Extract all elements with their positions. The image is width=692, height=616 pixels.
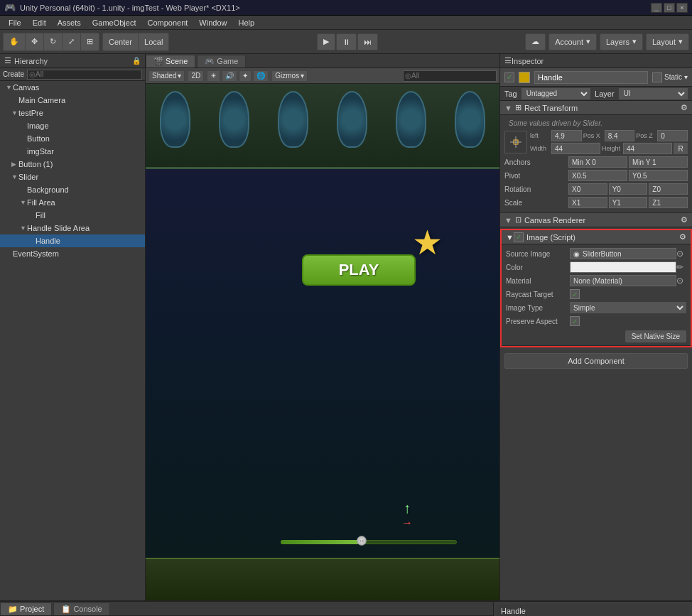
image-script-settings-icon[interactable]: ⚙: [679, 232, 686, 242]
hierarchy-item-canvas[interactable]: ▼ Canvas: [0, 81, 145, 94]
color-pick-icon[interactable]: ✏: [676, 262, 686, 272]
hierarchy-item-fill[interactable]: Fill: [0, 209, 145, 222]
object-name-input[interactable]: [534, 71, 648, 84]
width-value[interactable]: 44: [551, 143, 600, 154]
hierarchy-item-imgstar[interactable]: imgStar: [0, 145, 145, 158]
source-image-value[interactable]: ◉ SliderButton: [570, 248, 676, 259]
gizmos-btn[interactable]: Gizmos ▾: [271, 70, 308, 82]
rect-tool[interactable]: ⊞: [81, 33, 99, 50]
handle-preview-box: Handle ↔ Handle Image Size: 4: [497, 605, 689, 616]
image-script-active[interactable]: [514, 232, 524, 242]
close-button[interactable]: ×: [676, 3, 688, 13]
r-button[interactable]: R: [674, 143, 688, 154]
lighting-btn[interactable]: ☀: [207, 70, 220, 82]
hierarchy-item-button[interactable]: Button: [0, 132, 145, 145]
anchor-min-y[interactable]: Min Y 1: [629, 156, 688, 168]
game-tab-label: Game: [217, 57, 238, 65]
rot-z[interactable]: Z 0: [649, 183, 688, 195]
menu-window[interactable]: Window: [193, 16, 232, 29]
menu-assets[interactable]: Assets: [52, 16, 87, 29]
hierarchy-item-testpre[interactable]: ▼ testPre: [0, 107, 145, 119]
tab-console[interactable]: 📋 Console: [53, 603, 109, 615]
move-tool[interactable]: ✥: [26, 33, 44, 50]
color-swatch[interactable]: [570, 261, 676, 273]
material-value[interactable]: None (Material): [570, 275, 676, 286]
scene-search[interactable]: [403, 70, 497, 82]
static-check[interactable]: [652, 72, 662, 82]
height-value[interactable]: 44: [623, 143, 672, 154]
layers-button[interactable]: Layers ▾: [600, 33, 643, 50]
source-image-pick-icon[interactable]: ⊙: [676, 249, 686, 259]
add-component-button[interactable]: Add Component: [504, 353, 688, 369]
rotate-tool[interactable]: ↻: [44, 33, 63, 50]
rot-y[interactable]: Y 0: [609, 183, 648, 195]
maximize-button[interactable]: □: [664, 3, 675, 13]
menu-gameobject[interactable]: GameObject: [87, 16, 142, 29]
set-native-size-btn[interactable]: Set Native Size: [625, 330, 686, 342]
dimension-btn[interactable]: 2D: [188, 70, 204, 82]
posx-value[interactable]: 8.4: [605, 130, 635, 141]
scene-tab-label: Scene: [166, 57, 188, 65]
account-button[interactable]: Account ▾: [548, 33, 597, 50]
tab-scene[interactable]: 🎬 Scene: [146, 55, 195, 67]
hierarchy-lock-icon[interactable]: 🔒: [132, 57, 141, 65]
object-color-box[interactable]: [519, 72, 530, 83]
create-label[interactable]: Create: [3, 70, 24, 78]
preserve-checkbox[interactable]: [570, 316, 580, 326]
scale-x[interactable]: X 1: [568, 197, 607, 208]
hierarchy-item-slider[interactable]: ▼ Slider: [0, 171, 145, 183]
scale-y[interactable]: Y 1: [609, 197, 648, 208]
layer-select[interactable]: UI: [619, 88, 688, 99]
raycast-checkbox[interactable]: [570, 289, 580, 299]
center-btn[interactable]: Center: [103, 33, 139, 50]
hierarchy-item-maincamera[interactable]: Main Camera: [0, 94, 145, 107]
rect-transform-header[interactable]: ▼ ⊞ Rect Transform ⚙: [500, 101, 692, 115]
tab-project[interactable]: 📁 Project: [0, 603, 52, 615]
scene-viewport[interactable]: PLAY ★ ↔ ↑ →: [146, 84, 499, 600]
menu-help[interactable]: Help: [232, 16, 260, 29]
canvas-renderer-header[interactable]: ▼ ⊡ Canvas Renderer ⚙: [500, 213, 692, 227]
menu-component[interactable]: Component: [141, 16, 193, 29]
left-value[interactable]: 4.9: [551, 130, 582, 141]
cloud-button[interactable]: ☁: [525, 33, 546, 50]
shading-dropdown[interactable]: Shaded ▾: [148, 70, 185, 82]
menu-edit[interactable]: Edit: [27, 16, 52, 29]
scale-tool[interactable]: ⤢: [63, 33, 81, 50]
pivot-y-value[interactable]: Y 0.5: [629, 170, 688, 181]
image-type-select[interactable]: Simple: [570, 302, 686, 313]
hierarchy-item-handleslidearea[interactable]: ▼ Handle Slide Area: [0, 222, 145, 234]
skybox-btn[interactable]: 🌐: [253, 70, 269, 82]
anchor-min-x[interactable]: Min X 0: [568, 156, 627, 168]
tag-select[interactable]: Untagged: [521, 88, 590, 99]
menu-file[interactable]: File: [3, 16, 27, 29]
object-active-checkbox[interactable]: [504, 72, 514, 82]
step-button[interactable]: ⏭: [357, 33, 378, 50]
rot-x[interactable]: X 0: [568, 183, 607, 195]
canvas-renderer-settings-icon[interactable]: ⚙: [681, 215, 688, 225]
hierarchy-item-image[interactable]: Image: [0, 119, 145, 132]
hierarchy-item-background[interactable]: Background: [0, 183, 145, 196]
play-button[interactable]: ▶: [317, 33, 335, 50]
fx-btn[interactable]: ✦: [239, 70, 252, 82]
tab-game[interactable]: 🎮 Game: [197, 55, 246, 67]
hierarchy-item-handle[interactable]: Handle: [0, 234, 145, 247]
hierarchy-search[interactable]: [27, 70, 142, 80]
static-arrow-icon[interactable]: ▾: [684, 73, 688, 81]
posz-value[interactable]: 0: [657, 130, 688, 141]
hierarchy-item-eventsystem[interactable]: EventSystem: [0, 247, 145, 260]
minimize-button[interactable]: _: [651, 3, 662, 13]
scale-z[interactable]: Z 1: [649, 197, 688, 208]
layout-button[interactable]: Layout ▾: [646, 33, 689, 50]
image-script-header[interactable]: ▼ Image (Script) ⚙: [502, 230, 691, 244]
material-pick-icon[interactable]: ⊙: [676, 276, 686, 286]
anchor-box[interactable]: [504, 131, 527, 153]
hierarchy-item-fillarea[interactable]: ▼ Fill Area: [0, 196, 145, 209]
hand-tool[interactable]: ✋: [4, 33, 26, 50]
local-btn[interactable]: Local: [139, 33, 168, 50]
audio-btn[interactable]: 🔊: [222, 70, 237, 82]
rect-transform-settings-icon[interactable]: ⚙: [681, 103, 688, 112]
pivot-x-value[interactable]: X 0.5: [568, 170, 627, 181]
pause-button[interactable]: ⏸: [336, 33, 357, 50]
main-area: ☰ Hierarchy 🔒 Create ▼ Canvas Main Camer…: [0, 54, 692, 600]
hierarchy-item-button1[interactable]: ▶ Button (1): [0, 158, 145, 171]
